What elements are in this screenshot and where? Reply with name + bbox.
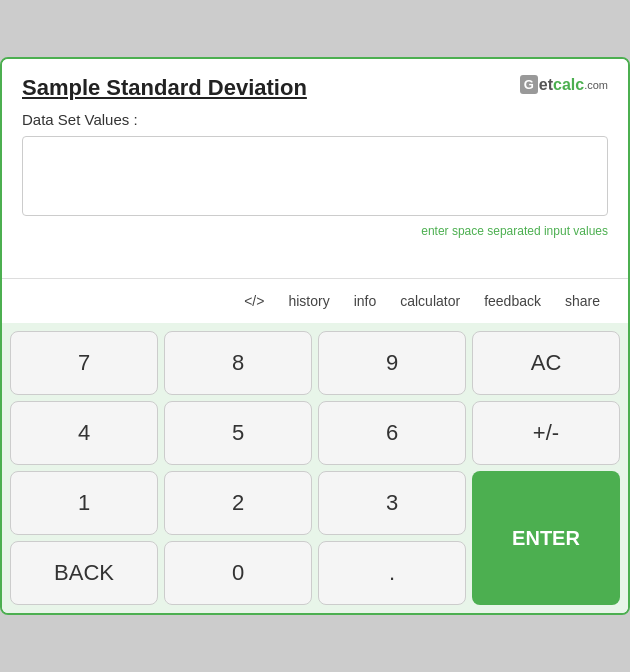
key-5[interactable]: 5: [164, 401, 312, 465]
nav-item-feedback[interactable]: feedback: [476, 289, 549, 313]
dataset-input[interactable]: [22, 136, 608, 216]
key-0[interactable]: 0: [164, 541, 312, 605]
keypad-section: 7 8 9 AC 4 5 6 +/- 1 2 3 ENTER BACK 0 .: [2, 323, 628, 613]
key-2[interactable]: 2: [164, 471, 312, 535]
logo-com: .com: [584, 79, 608, 91]
key-1[interactable]: 1: [10, 471, 158, 535]
key-8[interactable]: 8: [164, 331, 312, 395]
keypad-grid: 7 8 9 AC 4 5 6 +/- 1 2 3 ENTER BACK 0 .: [10, 331, 620, 605]
nav-item-info[interactable]: info: [346, 289, 385, 313]
key-9[interactable]: 9: [318, 331, 466, 395]
input-hint: enter space separated input values: [22, 224, 608, 238]
dataset-label: Data Set Values :: [22, 111, 608, 128]
nav-item-calculator[interactable]: calculator: [392, 289, 468, 313]
key-dot[interactable]: .: [318, 541, 466, 605]
logo-calc: calc: [553, 76, 584, 94]
nav-item-history[interactable]: history: [280, 289, 337, 313]
logo: G etcalc.com: [520, 75, 608, 94]
calculator-container: Sample Standard Deviation G etcalc.com D…: [0, 57, 630, 615]
key-4[interactable]: 4: [10, 401, 158, 465]
top-section: Sample Standard Deviation G etcalc.com D…: [2, 59, 628, 278]
nav-item-share[interactable]: share: [557, 289, 608, 313]
key-plusminus[interactable]: +/-: [472, 401, 620, 465]
key-7[interactable]: 7: [10, 331, 158, 395]
page-title: Sample Standard Deviation: [22, 75, 307, 101]
key-6[interactable]: 6: [318, 401, 466, 465]
key-enter[interactable]: ENTER: [472, 471, 620, 605]
key-3[interactable]: 3: [318, 471, 466, 535]
logo-get: et: [539, 76, 553, 94]
key-ac[interactable]: AC: [472, 331, 620, 395]
nav-item-embed[interactable]: </>: [236, 289, 272, 313]
top-header: Sample Standard Deviation G etcalc.com: [22, 75, 608, 101]
key-back[interactable]: BACK: [10, 541, 158, 605]
nav-bar: </> history info calculator feedback sha…: [2, 278, 628, 323]
logo-icon: G: [520, 75, 538, 94]
